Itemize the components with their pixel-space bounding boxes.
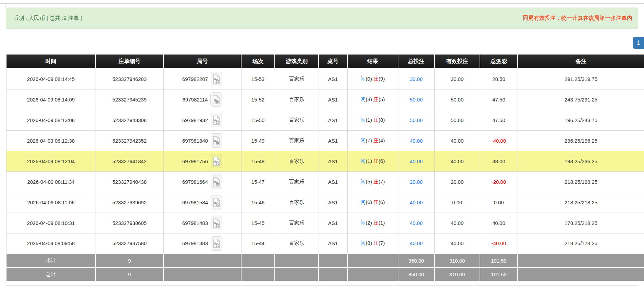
round-id-text: 697981932	[182, 117, 208, 123]
cell-table-no: AS1	[319, 233, 347, 254]
subtotal-total-bet: 350.00	[398, 254, 434, 267]
header-time: 时间	[6, 54, 96, 69]
cell-result: 闲(7) 庄(4)	[347, 130, 398, 151]
cell-total-bet[interactable]: 40.00	[398, 192, 434, 213]
cell-time: 2026-04-09 08:14:45	[6, 69, 96, 89]
video-replay-button[interactable]	[210, 92, 222, 107]
cell-table-no: AS1	[319, 110, 347, 130]
round-id-text: 697981664	[182, 179, 208, 185]
summary-bar: 币别 : 人民币 | 总共 :9 注单 | 同局有效投注，统一计算在该局第一张注…	[6, 8, 638, 29]
cell-result: 闲(1) 庄(8)	[347, 110, 398, 130]
video-replay-button[interactable]	[211, 133, 222, 148]
cell-time: 2026-04-09 08:13:08	[6, 110, 96, 130]
cell-table-no: AS1	[319, 130, 347, 151]
subtotal-empty-cell	[241, 254, 275, 267]
table-row: 2026-04-09 08:10:31 523327938605 6979814…	[6, 213, 644, 233]
cell-game-type: 百家乐	[275, 171, 319, 192]
cell-game-type: 百家乐	[275, 110, 319, 130]
round-id-text: 697981383	[182, 240, 208, 246]
cell-bet-id: 523327943308	[96, 110, 163, 130]
cell-game-type: 百家乐	[275, 233, 319, 254]
cell-round-id: 697981383	[163, 233, 241, 254]
cell-valid-bet: 50.00	[434, 110, 480, 130]
cell-result: 闲(6) 庄(6)	[347, 192, 398, 213]
subtotal-empty-cell	[275, 254, 319, 267]
result-player-score: (1)	[366, 158, 372, 164]
cell-session: 15-47	[241, 171, 275, 192]
total-empty-cell	[241, 267, 275, 281]
cell-session: 15-46	[241, 192, 275, 213]
header-bet-id: 注单编号	[96, 54, 163, 69]
result-player-label: 闲	[361, 220, 366, 226]
subtotal-valid-bet: 310.00	[434, 254, 480, 267]
bets-table-container: 时间 注单编号 局号 场次 游戏类别 桌号 结果 总投注 有效投注 总派彩 备注…	[6, 54, 644, 281]
result-player-label: 闲	[361, 96, 366, 102]
result-banker-label: 庄	[373, 76, 379, 82]
subtotal-label: 小计	[6, 254, 96, 267]
page-button-1[interactable]: 1	[633, 37, 644, 49]
cell-payout: 28.50	[480, 69, 518, 89]
result-player-score: (7)	[366, 137, 372, 143]
cell-total-bet[interactable]: 40.00	[398, 233, 434, 254]
result-banker-label: 庄	[373, 199, 379, 205]
cell-note: 236.25/196.25	[518, 130, 644, 151]
video-replay-button[interactable]	[211, 195, 222, 209]
video-replay-button[interactable]	[211, 72, 222, 86]
cell-total-bet[interactable]: 20.00	[398, 171, 434, 192]
video-replay-button[interactable]	[211, 236, 222, 251]
video-replay-button[interactable]	[211, 175, 222, 189]
header-total-bet: 总投注	[398, 54, 434, 69]
total-label: 总计	[6, 267, 96, 281]
total-payout: 101.50	[480, 267, 518, 281]
total-count: 9	[96, 267, 163, 281]
total-empty-cell	[163, 267, 241, 281]
cell-table-no: AS1	[319, 69, 347, 89]
header-table-no: 桌号	[319, 54, 347, 69]
cell-round-id: 697981584	[163, 192, 241, 213]
result-player-label: 闲	[361, 199, 366, 205]
video-replay-button[interactable]	[211, 154, 222, 168]
cell-note: 218.25/178.25	[518, 233, 644, 254]
cell-result: 闲(5) 庄(7)	[347, 171, 398, 192]
cell-total-bet[interactable]: 50.00	[398, 110, 434, 130]
cell-time: 2026-04-09 08:14:09	[6, 89, 96, 110]
cell-game-type: 百家乐	[275, 89, 319, 110]
subtotal-row: 小计 9 350.00 310.00 101.50	[6, 254, 644, 267]
result-banker-label: 庄	[373, 158, 379, 164]
header-valid-bet: 有效投注	[434, 54, 480, 69]
cell-note: 218.25/198.25	[518, 171, 644, 192]
cell-round-id: 697981664	[163, 171, 241, 192]
cell-payout: 40.00	[480, 213, 518, 233]
result-player-score: (2)	[366, 220, 372, 226]
cell-round-id: 697982207	[163, 69, 241, 89]
cell-time: 2026-04-09 08:11:34	[6, 171, 96, 192]
video-file-icon	[213, 218, 220, 228]
cell-result: 闲(1) 庄(6)	[347, 151, 398, 171]
cell-valid-bet: 0.00	[434, 192, 480, 213]
video-file-icon	[213, 74, 220, 84]
cell-valid-bet: 40.00	[434, 233, 480, 254]
video-replay-button[interactable]	[211, 216, 222, 230]
cell-table-no: AS1	[319, 171, 347, 192]
table-row: 2026-04-09 08:12:04 523327941342 6979817…	[6, 151, 644, 171]
total-empty-cell	[275, 267, 319, 281]
cell-bet-id: 523327942352	[96, 130, 163, 151]
cell-total-bet[interactable]: 40.00	[398, 213, 434, 233]
cell-round-id: 697981483	[163, 213, 241, 233]
cell-total-bet[interactable]: 50.00	[398, 89, 434, 110]
cell-valid-bet: 40.00	[434, 213, 480, 233]
video-replay-button[interactable]	[211, 113, 222, 127]
table-row: 2026-04-09 08:09:58 523327937580 6979813…	[6, 233, 644, 254]
total-empty-cell	[518, 267, 644, 281]
subtotal-count: 9	[96, 254, 163, 267]
cell-bet-id: 523327940438	[96, 171, 163, 192]
cell-note: 178.25/218.25	[518, 213, 644, 233]
cell-total-bet[interactable]: 40.00	[398, 151, 434, 171]
video-file-icon	[212, 95, 220, 104]
cell-total-bet[interactable]: 40.00	[398, 130, 434, 151]
table-row: 2026-04-09 08:13:08 523327943308 6979819…	[6, 110, 644, 130]
table-row: 2026-04-09 08:14:45 523327946283 6979822…	[6, 69, 644, 89]
cell-payout: 38.00	[480, 151, 518, 171]
cell-total-bet[interactable]: 30.00	[398, 69, 434, 89]
result-player-label: 闲	[361, 240, 366, 246]
